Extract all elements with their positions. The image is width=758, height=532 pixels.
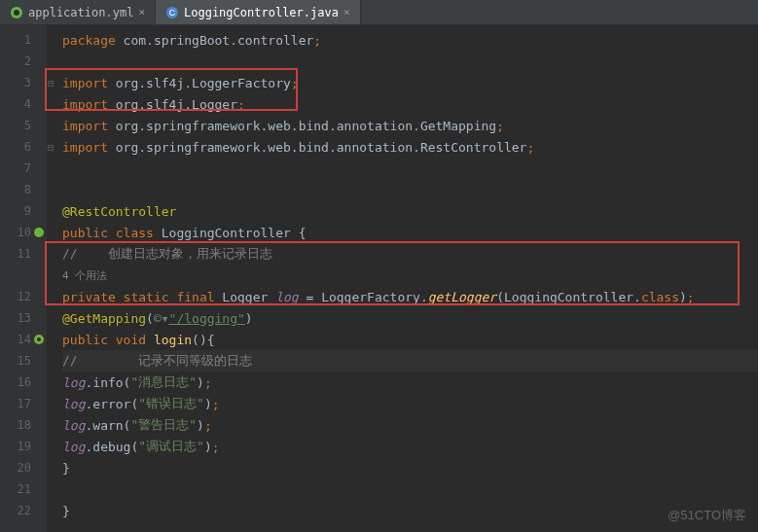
line-number: 6⊟ <box>0 136 47 158</box>
code-line: // 创建日志对象，用来记录日志 <box>62 243 758 265</box>
code-line: @RestController <box>62 200 758 222</box>
code-line: log.warn("警告日志"); <box>62 414 758 436</box>
code-line: // 记录不同等级的日志 <box>62 350 758 372</box>
code-line: } <box>62 500 758 521</box>
editor-tabs: application.yml × C LoggingController.ja… <box>0 0 758 25</box>
svg-point-1 <box>14 10 19 16</box>
line-number: 20 <box>0 457 47 479</box>
line-number: 15 <box>0 350 47 372</box>
endpoint-icon[interactable] <box>33 334 45 345</box>
line-number: 8 <box>0 179 47 200</box>
close-icon[interactable]: × <box>343 6 350 18</box>
code-line <box>62 51 758 72</box>
line-number: 11 <box>0 243 47 265</box>
tab-logging-controller[interactable]: C LoggingController.java × <box>156 0 361 24</box>
svg-point-6 <box>37 337 41 341</box>
code-line: private static final Logger log = Logger… <box>62 286 758 307</box>
line-number: 2 <box>0 51 47 72</box>
line-number: 7 <box>0 158 47 179</box>
code-line: import org.springframework.web.bind.anno… <box>62 136 758 158</box>
tab-application-yml[interactable]: application.yml × <box>0 0 156 24</box>
watermark: @51CTO博客 <box>668 507 746 524</box>
code-area[interactable]: package com.springBoot.controller; impor… <box>47 25 758 532</box>
code-line: import org.slf4j.LoggerFactory; <box>62 72 758 93</box>
yaml-file-icon <box>10 6 23 19</box>
code-line: @GetMapping(©▾"/logging") <box>62 307 758 329</box>
code-line: public class LoggingController { <box>62 222 758 243</box>
spring-bean-icon[interactable] <box>33 227 45 238</box>
line-number: 3⊟ <box>0 72 47 93</box>
code-line: } <box>62 457 758 479</box>
line-number: 16 <box>0 372 47 393</box>
line-gutter: 1 2 3⊟ 4 5 6⊟ 7 8 9 10 11 12 13 14 15 16… <box>0 25 47 532</box>
code-line: 4 个用法 <box>62 265 758 286</box>
line-number: 21 <box>0 479 47 500</box>
code-editor[interactable]: 1 2 3⊟ 4 5 6⊟ 7 8 9 10 11 12 13 14 15 16… <box>0 25 758 532</box>
tab-label: LoggingController.java <box>184 6 339 19</box>
line-number: 12 <box>0 286 47 307</box>
svg-text:C: C <box>169 8 176 18</box>
line-number <box>0 265 47 286</box>
close-icon[interactable]: × <box>138 6 145 18</box>
line-number: 19 <box>0 436 47 457</box>
line-number: 10 <box>0 222 47 243</box>
line-number: 18 <box>0 414 47 436</box>
tab-label: application.yml <box>28 6 133 19</box>
line-number: 13 <box>0 307 47 329</box>
code-line: log.debug("调试日志"); <box>62 436 758 457</box>
java-class-icon: C <box>165 6 179 19</box>
svg-point-4 <box>34 228 44 237</box>
code-line: public void login(){ <box>62 329 758 350</box>
url-mapping-icon[interactable]: ©▾ <box>154 311 169 326</box>
usage-hint[interactable]: 4 个用法 <box>62 268 107 283</box>
line-number: 4 <box>0 93 47 115</box>
line-number: 1 <box>0 29 47 51</box>
line-number: 9 <box>0 200 47 222</box>
code-line: log.error("错误日志"); <box>62 393 758 414</box>
line-number: 14 <box>0 329 47 350</box>
code-line: import org.slf4j.Logger; <box>62 93 758 115</box>
line-number: 17 <box>0 393 47 414</box>
line-number: 22 <box>0 500 47 521</box>
code-line <box>62 179 758 200</box>
code-line: log.info("消息日志"); <box>62 372 758 393</box>
code-line <box>62 158 758 179</box>
code-line <box>62 479 758 500</box>
code-line: package com.springBoot.controller; <box>62 29 758 51</box>
line-number: 5 <box>0 115 47 136</box>
code-line: import org.springframework.web.bind.anno… <box>62 115 758 136</box>
